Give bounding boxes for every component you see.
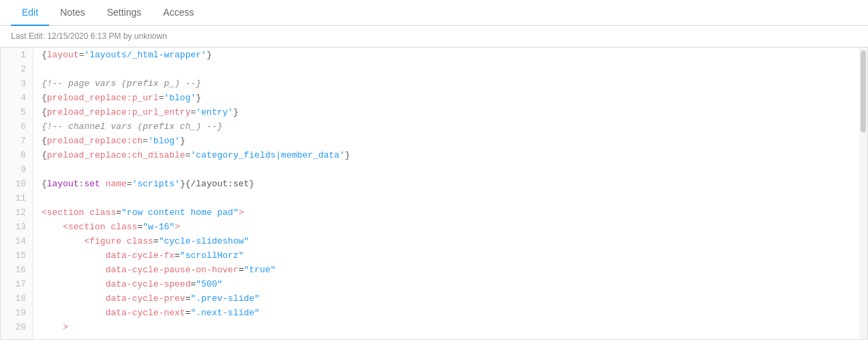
line-number: 13 xyxy=(1,220,33,234)
code-area[interactable]: {layout='layouts/_html-wrapper'} {!-- pa… xyxy=(33,48,867,339)
line-number: 15 xyxy=(1,248,33,263)
code-line: <section class="w-16"> xyxy=(42,220,867,234)
line-number: 10 xyxy=(1,177,33,191)
line-number: 17 xyxy=(1,277,33,291)
line-number: 20 xyxy=(1,320,33,334)
code-line: data-cycle-fx="scrollHorz" xyxy=(42,248,867,263)
scrollbar-track[interactable] xyxy=(859,48,867,339)
code-line: {preload_replace:p_url_entry='entry'} xyxy=(42,105,867,119)
code-line: {preload_replace:ch='blog'} xyxy=(42,134,867,148)
tab-edit[interactable]: Edit xyxy=(11,0,49,26)
code-line: data-cycle-pause-on-hover="true" xyxy=(42,263,867,277)
code-line: {layout:set name='scripts'}{/layout:set} xyxy=(42,177,867,191)
line-number: 12 xyxy=(1,205,33,220)
code-line xyxy=(42,191,867,205)
line-number: 2 xyxy=(1,62,33,76)
last-edit-text: Last Edit: 12/15/2020 6:13 PM by unknown xyxy=(11,31,167,41)
line-number: 1 xyxy=(1,48,33,62)
code-line xyxy=(42,62,867,76)
tab-notes[interactable]: Notes xyxy=(49,0,96,26)
code-line: {layout='layouts/_html-wrapper'} xyxy=(42,48,867,62)
code-editor: 1234567891011121314151617181920 {layout=… xyxy=(0,47,868,340)
line-number: 14 xyxy=(1,234,33,248)
last-edit-info: Last Edit: 12/15/2020 6:13 PM by unknown xyxy=(0,26,868,47)
code-line: <figure class="cycle-slideshow" xyxy=(42,234,867,248)
code-line: {!-- page vars (prefix p_) --} xyxy=(42,76,867,91)
code-line: {preload_replace:ch_disable='category_fi… xyxy=(42,148,867,162)
code-line: data-cycle-next=".next-slide" xyxy=(42,306,867,320)
line-number: 3 xyxy=(1,76,33,91)
code-line: > xyxy=(42,320,867,334)
line-number: 11 xyxy=(1,191,33,205)
line-number: 6 xyxy=(1,119,33,134)
line-number: 8 xyxy=(1,148,33,162)
line-number: 16 xyxy=(1,263,33,277)
tab-bar: Edit Notes Settings Access xyxy=(0,0,868,26)
tab-settings[interactable]: Settings xyxy=(96,0,153,26)
line-number: 7 xyxy=(1,134,33,148)
line-number: 4 xyxy=(1,91,33,105)
code-line: {preload_replace:p_url='blog'} xyxy=(42,91,867,105)
scrollbar-thumb[interactable] xyxy=(860,51,866,132)
tab-access[interactable]: Access xyxy=(152,0,205,26)
line-number: 9 xyxy=(1,162,33,177)
code-line: {!-- channel vars (prefix ch_) --} xyxy=(42,119,867,134)
line-numbers: 1234567891011121314151617181920 xyxy=(1,48,33,339)
line-number: 5 xyxy=(1,105,33,119)
code-line: data-cycle-prev=".prev-slide" xyxy=(42,291,867,306)
code-line: data-cycle-speed="500" xyxy=(42,277,867,291)
line-number: 18 xyxy=(1,291,33,306)
code-line xyxy=(42,162,867,177)
line-number: 19 xyxy=(1,306,33,320)
code-line: <section class="row content home pad"> xyxy=(42,205,867,220)
